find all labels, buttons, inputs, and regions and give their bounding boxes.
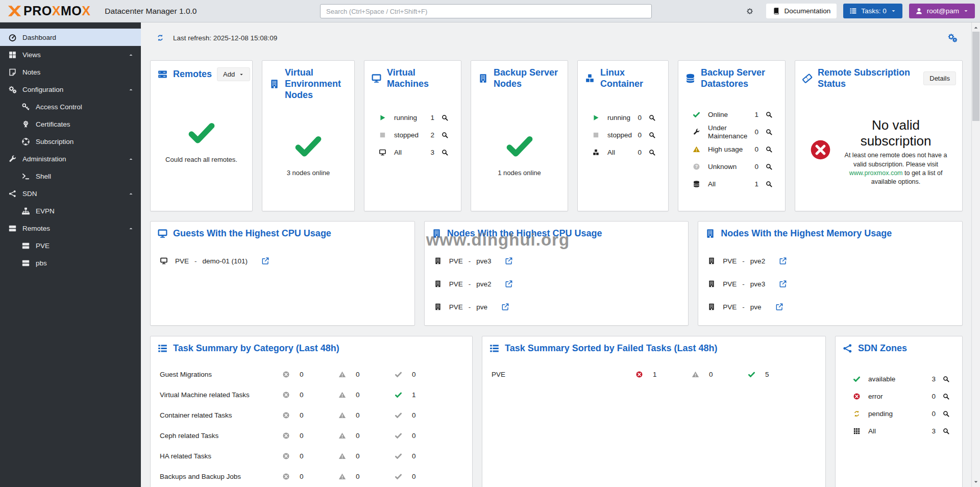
sidebar-item-configuration[interactable]: Configuration [0, 81, 141, 98]
sidebar-item-subscription[interactable]: Subscription [0, 133, 141, 150]
building-icon [434, 280, 442, 288]
backup-server-datastores-card: Backup Server Datastores Online 1 Under … [678, 60, 786, 211]
node-row: PVE - pve2 [707, 250, 953, 273]
search-icon[interactable] [441, 114, 449, 121]
play-icon [379, 114, 386, 121]
card-title: Remotes [173, 69, 212, 80]
search-icon[interactable] [441, 131, 449, 139]
caret-up-icon[interactable] [128, 87, 134, 92]
tasks-button[interactable]: Tasks: 0 [843, 4, 902, 18]
check-icon [503, 131, 536, 161]
guest-row: PVE - demo-01 (101) [160, 250, 405, 273]
ds-online-row: Online 1 [693, 106, 773, 124]
search-icon[interactable] [942, 375, 950, 383]
vm-running-row: running 1 [379, 109, 449, 127]
sidebar-item-dashboard[interactable]: Dashboard [0, 29, 141, 46]
user-menu-button[interactable]: root@pam [909, 4, 975, 18]
search-icon[interactable] [942, 427, 950, 435]
top-bar: PROXMOX Datacenter Manager 1.0.0 Documen… [0, 0, 980, 22]
building-icon [269, 79, 280, 89]
card-title: Linux Container [600, 67, 662, 90]
dashboard-settings-gears-icon[interactable] [947, 33, 958, 43]
search-icon[interactable] [765, 145, 773, 153]
ticket-icon [802, 73, 813, 84]
subscription-details-button[interactable]: Details [923, 71, 956, 85]
external-link-icon[interactable] [779, 280, 787, 288]
building-icon [434, 257, 442, 265]
bs-nodes-status: 1 nodes online [471, 131, 568, 177]
remotes-card: Remotes Add Could reach all remotes. [150, 60, 253, 211]
key-icon [21, 103, 30, 111]
building-icon [478, 73, 488, 84]
card-title: Backup Server Nodes [494, 67, 561, 90]
sidebar-item-remotes[interactable]: Remotes [0, 220, 141, 237]
sidebar-item-shell[interactable]: Shell [0, 167, 141, 185]
book-icon [772, 7, 780, 15]
caret-up-icon[interactable] [128, 52, 134, 58]
documentation-button[interactable]: Documentation [766, 4, 837, 18]
check-icon [395, 391, 402, 399]
building-icon [707, 303, 716, 311]
card-title: Backup Server Datastores [701, 67, 779, 90]
circle-x-icon [282, 473, 290, 480]
sidebar-item-administration[interactable]: Administration [0, 150, 141, 167]
refresh-icon[interactable] [156, 34, 164, 42]
gauge-icon [8, 33, 17, 42]
external-link-icon[interactable] [779, 257, 787, 265]
external-link-icon[interactable] [775, 303, 783, 311]
warning-icon [692, 371, 699, 378]
proxmox-link[interactable]: www.proxmox.com [849, 169, 903, 177]
external-link-icon[interactable] [505, 280, 513, 288]
sidebar-item-pve[interactable]: PVE [0, 237, 141, 254]
search-icon[interactable] [765, 128, 773, 136]
card-title: Nodes With the Highest Memory Usage [721, 228, 892, 239]
sidebar-item-certificates[interactable]: Certificates [0, 115, 141, 133]
external-link-icon[interactable] [505, 257, 513, 265]
search-input[interactable] [320, 4, 652, 18]
task-row-backup-jobs: Backups and Backup Jobs 0 0 0 [160, 467, 451, 487]
circle-x-icon [282, 432, 290, 440]
search-icon[interactable] [648, 114, 656, 121]
caret-up-icon[interactable] [128, 156, 134, 162]
caret-up-icon[interactable] [128, 191, 134, 197]
search-icon[interactable] [441, 149, 449, 156]
certificate-icon [21, 120, 30, 129]
subscription-message: At least one remote does not have a vali… [840, 151, 952, 186]
external-link-icon[interactable] [261, 257, 270, 265]
search-icon[interactable] [765, 180, 773, 188]
sidebar-item-views[interactable]: Views [0, 46, 141, 63]
sidebar-item-access-control[interactable]: Access Control [0, 98, 141, 115]
warning-icon [338, 473, 346, 480]
search-icon[interactable] [648, 149, 656, 156]
scroll-up-icon[interactable] [973, 25, 979, 31]
square-icon [379, 131, 386, 139]
external-link-icon[interactable] [501, 303, 509, 311]
building-icon [705, 228, 716, 239]
search-icon[interactable] [648, 131, 656, 139]
ds-all-row: All 1 [693, 176, 773, 193]
scroll-down-icon[interactable] [973, 479, 979, 485]
search-icon[interactable] [765, 111, 773, 118]
task-summary-failed-card: Task Summary Sorted by Failed Tasks (Las… [482, 336, 826, 487]
check-icon [185, 118, 218, 148]
sidebar-item-pbs[interactable]: pbs [0, 254, 141, 272]
card-title: Task Summary Sorted by Failed Tasks (Las… [505, 343, 717, 354]
check-icon [395, 452, 402, 460]
gear-icon[interactable] [745, 7, 754, 16]
sidebar-item-notes[interactable]: Notes [0, 63, 141, 81]
sdn-available-row: available 3 [853, 371, 950, 388]
guests-highest-cpu-card: Guests With the Highest CPU Usage PVE - … [150, 221, 415, 326]
search-icon[interactable] [765, 163, 773, 171]
sidebar-item-evpn[interactable]: EVPN [0, 202, 141, 220]
play-icon [592, 114, 600, 121]
search-icon[interactable] [942, 410, 950, 418]
desktop-icon [157, 228, 168, 239]
task-row-guest-migrations: Guest Migrations 0 0 0 [160, 364, 451, 385]
search-icon[interactable] [942, 393, 950, 400]
vertical-scrollbar[interactable] [971, 22, 980, 487]
scrollbar-thumb[interactable] [972, 32, 979, 121]
add-remote-button[interactable]: Add [217, 67, 250, 81]
sitemap-icon [21, 207, 30, 215]
sidebar-item-sdn[interactable]: SDN [0, 185, 141, 202]
caret-up-icon[interactable] [128, 226, 134, 231]
